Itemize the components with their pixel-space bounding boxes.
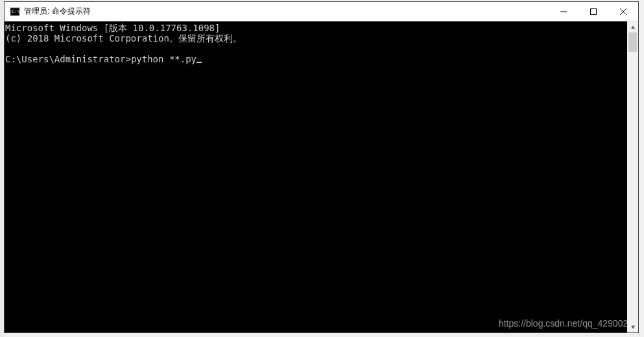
close-button[interactable] (608, 2, 638, 21)
window-controls (549, 2, 638, 21)
titlebar[interactable]: C:\ 管理员: 命令提示符 (5, 2, 638, 21)
client-area: Microsoft Windows [版本 10.0.17763.1098] (… (5, 21, 638, 332)
scroll-up-button[interactable] (627, 21, 638, 32)
output-line: (c) 2018 Microsoft Corporation。保留所有权利。 (5, 33, 242, 44)
window-title: 管理员: 命令提示符 (24, 6, 549, 17)
typed-command: python **.py (131, 54, 197, 64)
vertical-scrollbar[interactable] (627, 21, 638, 332)
terminal-output[interactable]: Microsoft Windows [版本 10.0.17763.1098] (… (5, 21, 627, 332)
svg-marker-7 (630, 325, 634, 329)
minimize-button[interactable] (549, 2, 578, 21)
svg-text:C:\: C:\ (12, 9, 20, 14)
output-line: Microsoft Windows [版本 10.0.17763.1098] (5, 23, 220, 33)
prompt-path: C:\Users\Administrator> (5, 54, 131, 64)
maximize-button[interactable] (578, 2, 608, 21)
svg-marker-6 (630, 25, 634, 29)
scroll-thumb[interactable] (628, 32, 637, 52)
svg-rect-3 (591, 8, 597, 14)
cmd-icon: C:\ (10, 6, 20, 17)
cmd-window: C:\ 管理员: 命令提示符 Microsoft Windows [版本 10.… (4, 1, 639, 333)
scroll-track[interactable] (627, 32, 638, 321)
cursor (197, 62, 202, 63)
scroll-down-button[interactable] (627, 321, 638, 332)
